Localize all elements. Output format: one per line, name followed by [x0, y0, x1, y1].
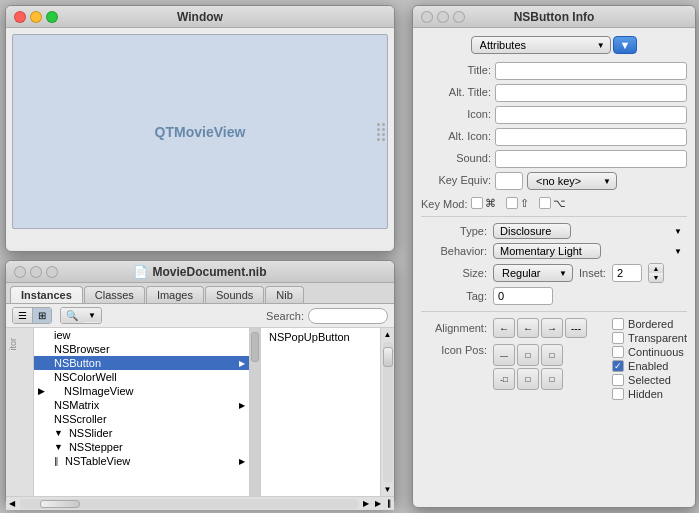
search-input[interactable]: [308, 308, 388, 324]
attributes-action-button[interactable]: ▼: [613, 36, 638, 54]
enabled-checkbox[interactable]: ✓: [612, 360, 624, 372]
panel-title-bar: NSButton Info: [413, 6, 695, 28]
scroll-down-arrow[interactable]: ▼: [382, 483, 394, 496]
stepper-up[interactable]: ▲: [649, 264, 663, 273]
maximize-button[interactable]: [46, 11, 58, 23]
tab-images[interactable]: Images: [146, 286, 204, 303]
minimize-button-movie[interactable]: [30, 266, 42, 278]
mod-symbol-cmd: ⌘: [485, 197, 496, 210]
list-item[interactable]: ▼NSStepper: [34, 440, 249, 454]
icon-cell-4[interactable]: -□: [493, 368, 515, 390]
title-input[interactable]: [495, 62, 687, 80]
icon-cell-5[interactable]: □: [517, 368, 539, 390]
tab-classes[interactable]: Classes: [84, 286, 145, 303]
hidden-checkbox[interactable]: [612, 388, 624, 400]
transparent-label: Transparent: [628, 332, 687, 344]
close-button[interactable]: [14, 11, 26, 23]
mod-check-box-3[interactable]: [539, 197, 551, 209]
maximize-button-panel[interactable]: [453, 11, 465, 23]
inset-label: Inset:: [579, 267, 606, 279]
mod-check-3: ⌥: [539, 197, 566, 210]
movie-document-window: 📄 MovieDocument.nib Instances Classes Im…: [5, 260, 395, 505]
type-select-wrapper[interactable]: Disclosure: [493, 223, 687, 239]
no-key-select[interactable]: <no key>: [527, 172, 617, 190]
key-equiv-box[interactable]: [495, 172, 523, 190]
resize-corner[interactable]: ∥: [384, 497, 394, 510]
scroll-up-arrow[interactable]: ▲: [382, 328, 394, 341]
list-item[interactable]: ▶NSImageView: [34, 384, 249, 398]
continuous-checkbox[interactable]: [612, 346, 624, 358]
h-scroll-thumb[interactable]: [40, 500, 80, 508]
list-item[interactable]: NSBrowser: [34, 342, 249, 356]
scroll-thumb[interactable]: [383, 347, 393, 367]
list-item[interactable]: ∥NSTableView: [34, 454, 249, 468]
tab-bar: Instances Classes Images Sounds Nib: [6, 283, 394, 304]
list-item[interactable]: NSColorWell: [34, 370, 249, 384]
search-filter-down[interactable]: ▼: [83, 309, 101, 322]
list-item[interactable]: NSMatrix: [34, 398, 249, 412]
no-key-select-wrapper[interactable]: <no key>: [527, 172, 617, 190]
maximize-button-movie[interactable]: [46, 266, 58, 278]
qt-movie-view-area: QTMovieView: [12, 34, 388, 229]
attributes-select[interactable]: Attributes: [471, 36, 611, 54]
alt-title-input[interactable]: [495, 84, 687, 102]
attributes-select-wrapper[interactable]: Attributes: [471, 36, 611, 54]
minimize-button-panel[interactable]: [437, 11, 449, 23]
list-item[interactable]: ▼NSSlider: [34, 426, 249, 440]
inset-stepper[interactable]: ▲ ▼: [648, 263, 664, 283]
icon-cell-2[interactable]: □: [517, 344, 539, 366]
right-list-item[interactable]: NSPopUpButton: [261, 330, 380, 344]
tab-instances[interactable]: Instances: [10, 286, 83, 303]
list-view-button[interactable]: ☰: [13, 308, 33, 323]
mod-check-box-1[interactable]: [471, 197, 483, 209]
bottom-area: Alignment: ← ← → --- Icon Pos: — □ □: [421, 318, 687, 400]
horizontal-scrollbar[interactable]: ◀ ▶ ▶ ∥: [6, 496, 394, 510]
icon-cell-6[interactable]: □: [541, 368, 563, 390]
close-button-panel[interactable]: [421, 11, 433, 23]
tab-sounds[interactable]: Sounds: [205, 286, 264, 303]
sound-input[interactable]: [495, 150, 687, 168]
main-title-bar: Window: [6, 6, 394, 28]
icon-pos-label: Icon Pos:: [421, 344, 493, 356]
scroll-right-arrow2[interactable]: ▶: [372, 497, 384, 510]
align-fill-button[interactable]: ---: [565, 318, 587, 338]
list-item-nsbutton[interactable]: NSButton: [34, 356, 249, 370]
list-item[interactable]: NSScroller: [34, 412, 249, 426]
nib-list[interactable]: iew NSBrowser NSButton NSColorWell ▶NSIm…: [34, 328, 249, 496]
behavior-select-wrapper[interactable]: Momentary Light: [493, 243, 687, 259]
close-button-movie[interactable]: [14, 266, 26, 278]
align-center-left-button[interactable]: ←: [517, 318, 539, 338]
icon-cell-1[interactable]: —: [493, 344, 515, 366]
alt-icon-input[interactable]: [495, 128, 687, 146]
icon-cell-3[interactable]: □: [541, 344, 563, 366]
nib-right-col: NSPopUpButton: [260, 328, 380, 496]
type-select[interactable]: Disclosure: [493, 223, 571, 239]
behavior-select[interactable]: Momentary Light: [493, 243, 601, 259]
icon-input[interactable]: [495, 106, 687, 124]
size-label: Size:: [421, 267, 493, 279]
alignment-buttons: ← ← → ---: [493, 318, 587, 338]
tab-nib[interactable]: Nib: [265, 286, 304, 303]
scroll-left-arrow[interactable]: ◀: [6, 497, 18, 510]
transparent-checkbox[interactable]: [612, 332, 624, 344]
tag-input[interactable]: [493, 287, 553, 305]
stepper-down[interactable]: ▼: [649, 273, 663, 282]
align-left-button[interactable]: ←: [493, 318, 515, 338]
size-select-wrapper[interactable]: Regular: [493, 264, 573, 282]
icon-view-button[interactable]: ⊞: [33, 308, 51, 323]
key-equiv-row: <no key>: [495, 172, 687, 190]
scroll-right-arrow[interactable]: ▶: [360, 497, 372, 510]
mod-check-box-2[interactable]: [506, 197, 518, 209]
horizontal-scrollbar-thumb[interactable]: [251, 332, 259, 362]
bordered-checkbox[interactable]: [612, 318, 624, 330]
alt-title-label: Alt. Title:: [421, 84, 491, 102]
minimize-button[interactable]: [30, 11, 42, 23]
selected-checkbox[interactable]: [612, 374, 624, 386]
search-filter-button[interactable]: 🔍: [61, 308, 83, 323]
inset-input[interactable]: [612, 264, 642, 282]
align-right-button[interactable]: →: [541, 318, 563, 338]
checkboxes-col: Bordered Transparent Continuous ✓ Enable…: [612, 318, 687, 400]
size-select[interactable]: Regular: [493, 264, 573, 282]
list-item[interactable]: iew: [34, 328, 249, 342]
resize-grip[interactable]: [377, 123, 385, 141]
